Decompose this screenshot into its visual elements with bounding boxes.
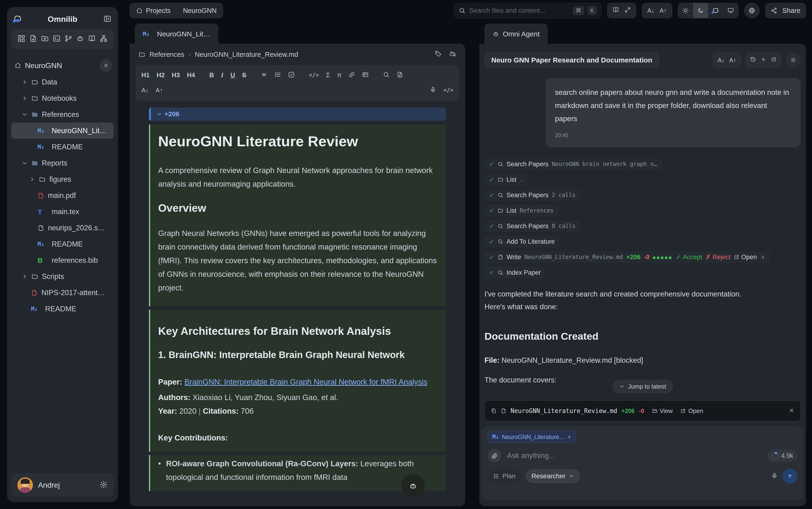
action-add-to-literature[interactable]: ✓ Add To Literature <box>485 236 559 247</box>
pi-math-button[interactable]: π <box>337 72 342 79</box>
italic-button[interactable]: I <box>221 72 224 79</box>
theme-system-button[interactable] <box>723 3 738 18</box>
chat-input[interactable] <box>507 451 762 460</box>
paper-link[interactable]: BrainGNN: Interpretable Brain Graph Neur… <box>185 377 427 386</box>
action-search-papers[interactable]: ✓ Search Papers 8 calls <box>485 220 580 232</box>
settings-gear-button[interactable] <box>100 481 108 489</box>
history-button[interactable] <box>750 57 756 64</box>
export-button[interactable] <box>397 71 403 79</box>
underline-button[interactable]: U <box>230 72 235 79</box>
breadcrumb-project-name[interactable]: NeuroGNN <box>177 3 223 18</box>
tree-item-neurips-sty[interactable]: neurips_2026.s… <box>11 220 114 236</box>
new-file-button[interactable] <box>29 35 37 43</box>
tree-item-figures[interactable]: figures <box>11 171 114 188</box>
project-root-row[interactable]: NeuroGNN <box>11 57 114 74</box>
heading3-button[interactable]: H3 <box>172 72 180 79</box>
new-chat-button[interactable] <box>760 57 766 64</box>
action-list-dir[interactable]: ✓ List . <box>485 174 528 185</box>
bullet-list-button[interactable] <box>274 71 281 79</box>
close-project-button[interactable] <box>100 59 112 72</box>
tree-item-readme-references[interactable]: M↓ README <box>11 139 114 155</box>
chevron-right-icon[interactable] <box>760 254 766 260</box>
action-write-file[interactable]: ✓ Write NeuroGNN_Literature_Review.md +2… <box>485 251 771 263</box>
font-increase-button[interactable]: A↑ <box>659 7 667 14</box>
theme-dark-button[interactable] <box>693 3 708 18</box>
tree-item-readme-root[interactable]: M↓ README <box>11 301 114 317</box>
jump-to-latest-button[interactable]: Jump to latest <box>612 380 673 393</box>
tree-item-references[interactable]: References <box>11 106 114 123</box>
sitemap-button[interactable] <box>100 35 108 43</box>
font-decrease-button[interactable]: A↓ <box>718 57 724 64</box>
source-code-button[interactable]: </> <box>443 87 453 94</box>
close-icon[interactable] <box>789 408 794 414</box>
terminal-button[interactable] <box>53 35 61 43</box>
tree-item-neurognn-lit[interactable]: M↓ NeuroGNN_Lit… <box>11 123 114 139</box>
fullscreen-button[interactable] <box>624 7 631 15</box>
tree-item-main-pdf[interactable]: main.pdf <box>11 188 114 204</box>
open-external-button[interactable] <box>771 57 777 64</box>
context-file-chip[interactable]: M↓ NeuroGNN_Literature… + <box>488 431 576 443</box>
library-button[interactable] <box>88 35 96 43</box>
dictate-mic-button[interactable] <box>430 87 436 94</box>
tree-item-reports[interactable]: Reports <box>11 155 114 171</box>
add-context-button[interactable]: + <box>567 434 571 440</box>
git-branch-button[interactable] <box>64 35 72 43</box>
bold-button[interactable]: B <box>209 72 214 79</box>
font-decrease-button[interactable]: A↓ <box>647 7 654 14</box>
heading2-button[interactable]: H2 <box>157 72 165 79</box>
link-button[interactable] <box>349 71 355 79</box>
blockquote-button[interactable] <box>261 71 267 79</box>
breadcrumb-projects[interactable]: Projects <box>130 3 177 18</box>
changed-file-bar[interactable]: NeuroGNN_Literature_Review.md +206 -0 Vi… <box>485 401 801 421</box>
action-list-references[interactable]: ✓ List References <box>485 205 558 216</box>
sidebar-collapse-button[interactable] <box>103 15 111 24</box>
find-button[interactable] <box>383 71 390 79</box>
theme-omni-button[interactable] <box>708 3 723 18</box>
tree-item-references-bib[interactable]: B references.bib <box>11 252 114 268</box>
open-file-button[interactable]: Open <box>680 407 703 415</box>
tree-item-main-tex[interactable]: T main.tex <box>11 204 114 220</box>
table-button[interactable] <box>362 71 369 79</box>
document-content[interactable]: +206 NeuroGNN Literature Review A compre… <box>136 107 459 504</box>
theme-light-button[interactable] <box>678 3 693 18</box>
heading4-button[interactable]: H4 <box>187 72 195 79</box>
search-input[interactable] <box>469 7 569 14</box>
agent-bot-button[interactable] <box>76 35 84 43</box>
action-search-papers[interactable]: ✓ Search Papers 2 calls <box>485 189 580 201</box>
new-folder-button[interactable] <box>41 35 49 43</box>
reject-button[interactable]: ✗ Reject <box>705 253 730 261</box>
cloud-off-icon[interactable] <box>450 50 456 59</box>
action-index-paper[interactable]: ✓ Index Paper <box>485 267 545 278</box>
send-button[interactable] <box>782 469 798 484</box>
action-search-papers[interactable]: ✓ Search Papers NeuroGNN brain network g… <box>485 158 662 170</box>
checklist-button[interactable] <box>288 71 295 79</box>
session-title[interactable]: Neuro GNN Paper Research and Documentati… <box>485 53 659 68</box>
user-card[interactable]: Andrej <box>11 473 114 497</box>
open-file-button[interactable]: Open <box>734 253 757 261</box>
language-globe-button[interactable] <box>744 3 759 18</box>
global-search[interactable]: ⌘ K <box>454 3 602 18</box>
voice-mic-button[interactable] <box>771 472 778 480</box>
code-button[interactable]: </> <box>309 72 319 78</box>
tree-item-readme-reports[interactable]: M↓ README <box>11 236 114 252</box>
dashboard-button[interactable] <box>18 35 25 43</box>
agent-tab[interactable]: Omni Agent <box>485 24 548 45</box>
attach-paperclip-button[interactable] <box>488 449 501 463</box>
sigma-math-button[interactable]: Σ <box>326 72 330 79</box>
font-increase-button[interactable]: A↑ <box>156 87 163 94</box>
accept-button[interactable]: ✓ Accept <box>676 253 702 261</box>
tree-item-nips-2017-pdf[interactable]: NIPS-2017-attent… <box>11 284 114 301</box>
view-file-button[interactable]: View <box>652 407 673 415</box>
plan-button[interactable]: Plan <box>488 469 521 483</box>
breadcrumb-folder[interactable]: References <box>150 51 184 59</box>
breadcrumb-file[interactable]: NeuroGNN_Literature_Review.md <box>195 51 298 59</box>
mode-selector[interactable]: Researcher <box>526 469 580 483</box>
heading1-button[interactable]: H1 <box>141 72 150 79</box>
reader-mode-button[interactable] <box>613 7 619 15</box>
font-decrease-button[interactable]: A↓ <box>141 87 149 94</box>
agent-robot-fab-button[interactable] <box>401 474 425 498</box>
diff-additions-bar[interactable]: +206 <box>149 107 446 121</box>
tree-item-scripts[interactable]: Scripts <box>11 268 114 284</box>
editor-tab[interactable]: M↓ NeuroGNN_Lit… <box>135 24 218 45</box>
tree-item-data[interactable]: Data <box>11 74 114 90</box>
